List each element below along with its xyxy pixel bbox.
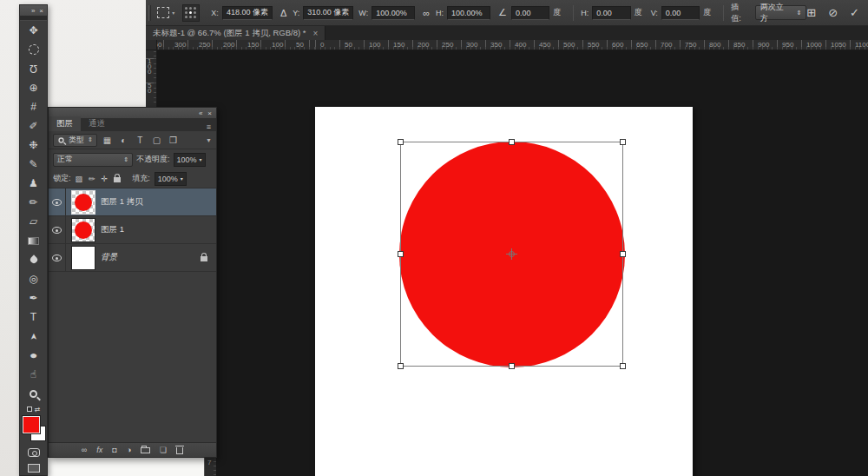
tab-close-icon[interactable]: × <box>312 29 318 38</box>
hskew-input[interactable]: 0.00 <box>592 6 630 20</box>
height-input[interactable]: 100.00% <box>447 6 490 20</box>
add-layer-mask-icon[interactable]: ◘ <box>112 446 116 454</box>
layer-row[interactable]: 图层 1 拷贝 <box>49 188 216 216</box>
layer-visibility-toggle[interactable] <box>49 244 66 272</box>
screen-mode-button[interactable] <box>20 460 47 476</box>
eyedropper-tool-icon: ✐ <box>29 120 37 132</box>
tab-channels[interactable]: 通道 <box>81 116 113 131</box>
x-input[interactable]: 418.00 像素 <box>222 6 273 20</box>
layer-row[interactable]: 图层 1 <box>49 216 216 244</box>
gradient-tool[interactable] <box>20 231 47 250</box>
canvas-backdrop: 1 0 05 0 <box>146 50 868 476</box>
path-selection-tool[interactable]: ➤ <box>20 327 47 346</box>
filter-shape-layers-icon[interactable]: ▢ <box>151 136 162 145</box>
layer-thumbnail[interactable] <box>72 219 95 241</box>
tab-layers[interactable]: 图层 <box>49 116 81 131</box>
zoom-tool[interactable] <box>20 384 47 403</box>
transform-handle-top-left[interactable] <box>398 139 404 145</box>
transform-handle-bottom-right[interactable] <box>620 363 626 369</box>
crop-tool[interactable]: # <box>20 97 47 116</box>
lock-transparent-pixels-icon[interactable]: ▨ <box>76 175 83 183</box>
transform-handle-top-right[interactable] <box>620 139 626 145</box>
lock-paint-icon[interactable]: ✏ <box>89 175 95 183</box>
filter-smart-objects-icon[interactable]: ❐ <box>168 136 179 145</box>
layer-thumbnail[interactable] <box>72 191 95 214</box>
layer-row[interactable]: 背景 <box>49 244 216 272</box>
interpolation-select[interactable]: 两次立方 ⇕ <box>755 5 807 20</box>
transform-handle-middle-left[interactable] <box>398 251 404 257</box>
warp-mode-toggle-icon[interactable]: ⊞ <box>806 6 816 19</box>
type-tool[interactable]: T <box>20 307 47 327</box>
ruler-label: 100 <box>272 41 283 49</box>
width-input[interactable]: 100.00% <box>372 6 415 20</box>
document-tab[interactable]: 未标题-1 @ 66.7% (图层 1 拷贝, RGB/8) * × <box>146 26 326 40</box>
dodge-tool[interactable]: ◎ <box>20 269 47 288</box>
transform-handle-bottom-left[interactable] <box>398 363 404 369</box>
relative-position-icon[interactable]: Δ <box>280 8 286 18</box>
ruler-label: 150 <box>247 41 259 49</box>
transform-handle-top-middle[interactable] <box>509 139 515 145</box>
rotation-input[interactable]: 0.00 <box>511 6 549 20</box>
new-layer-icon[interactable]: ❏ <box>160 446 167 454</box>
link-layers-icon[interactable]: ∞ <box>82 446 87 454</box>
filter-type-select[interactable]: 类型 ⇕ <box>53 134 97 147</box>
fill-select[interactable]: 100% ▾ <box>155 172 187 186</box>
pen-tool[interactable]: ✒ <box>20 288 47 307</box>
quick-selection-tool[interactable]: ⊕ <box>20 78 47 97</box>
brush-tool[interactable]: ✎ <box>20 155 47 174</box>
hand-tool[interactable]: ☝ <box>20 365 47 384</box>
cancel-transform-icon[interactable]: ⊘ <box>828 6 838 19</box>
maintain-aspect-ratio-icon[interactable]: ∞ <box>423 8 430 18</box>
default-colors-icon[interactable] <box>27 407 32 412</box>
healing-brush-tool[interactable]: ❉ <box>20 136 47 155</box>
layer-visibility-toggle[interactable] <box>49 216 66 244</box>
tool-preset-dropdown-icon[interactable]: ▾ <box>172 10 174 16</box>
transform-reference-point[interactable] <box>509 251 515 257</box>
lasso-tool[interactable]: Ω <box>20 59 47 78</box>
rotate-angle-icon: ∠ <box>498 7 507 18</box>
blend-mode-select[interactable]: 正常 ⇕ <box>53 153 133 167</box>
panel-close-icon[interactable]: × <box>39 7 43 15</box>
document-canvas[interactable] <box>315 107 693 476</box>
delete-layer-icon[interactable] <box>176 447 183 454</box>
panel-collapse-icon[interactable]: « <box>199 109 202 117</box>
transform-handle-middle-right[interactable] <box>620 251 626 257</box>
commit-transform-icon[interactable]: ✓ <box>850 6 859 19</box>
move-tool[interactable]: ✥ <box>20 21 47 40</box>
panel-collapse-icon[interactable]: » <box>31 7 35 15</box>
new-group-icon[interactable] <box>141 447 150 453</box>
transform-bounding-box[interactable] <box>400 142 623 367</box>
eyedropper-tool[interactable]: ✐ <box>20 116 47 136</box>
layer-effects-icon[interactable]: fx <box>96 446 102 454</box>
foreground-color-swatch[interactable] <box>23 416 40 433</box>
quick-mask-button[interactable] <box>20 445 47 460</box>
elliptical-marquee-tool-icon <box>29 44 39 55</box>
filter-type-layers-icon[interactable]: T <box>135 136 146 145</box>
filter-adjustment-layers-icon[interactable]: ◐ <box>118 136 129 145</box>
y-input[interactable]: 310.00 像素 <box>303 6 353 20</box>
transform-handle-bottom-middle[interactable] <box>509 363 515 369</box>
ellipse-tool[interactable]: ● <box>20 346 47 365</box>
panel-menu-icon[interactable]: ≡ <box>207 122 216 131</box>
eraser-tool[interactable]: ▱ <box>20 212 47 231</box>
adjustment-layer-icon[interactable]: ◑ <box>127 446 131 454</box>
filter-pixel-layers-icon[interactable]: ▦ <box>102 136 113 145</box>
layer-thumbnail[interactable] <box>72 247 95 269</box>
lock-position-icon[interactable]: ✛ <box>102 175 108 183</box>
swap-colors-row[interactable]: ⇄ <box>20 403 47 415</box>
y-label: Y: <box>293 9 299 17</box>
lock-all-icon[interactable] <box>114 177 121 182</box>
blur-tool[interactable] <box>20 250 47 269</box>
swap-colors-icon[interactable]: ⇄ <box>35 406 41 413</box>
transform-options-bar: ▾ X: 418.00 像素 Δ Y: 310.00 像素 W: 100.00%… <box>146 0 868 26</box>
filter-toggle-icon[interactable]: ▼ <box>206 137 212 143</box>
layer-visibility-toggle[interactable] <box>49 188 66 216</box>
reference-point-locator[interactable] <box>182 4 200 22</box>
elliptical-marquee-tool[interactable] <box>20 40 47 59</box>
history-brush-tool[interactable]: ✏ <box>20 193 47 212</box>
clone-stamp-tool[interactable]: ♟ <box>20 174 47 193</box>
panel-close-icon[interactable]: × <box>207 109 212 117</box>
free-transform-tool-icon <box>157 7 169 18</box>
vskew-input[interactable]: 0.00 <box>661 6 700 20</box>
opacity-select[interactable]: 100% ▾ <box>174 153 206 167</box>
